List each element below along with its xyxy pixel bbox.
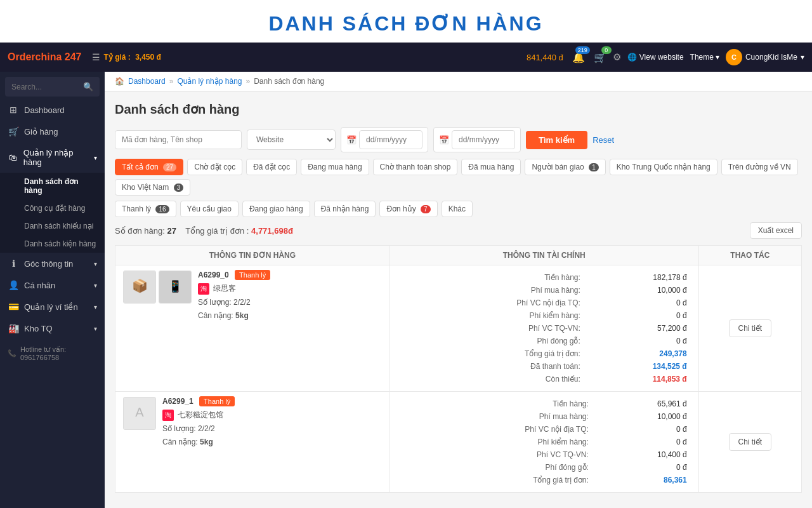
settings-icon[interactable]: ⚙ [613, 51, 621, 63]
hotline: 📞 Hotline tư vấn: 0961766758 [0, 339, 105, 368]
kho-tq-arrow-icon: ▾ [94, 325, 97, 332]
search-box[interactable]: 🔍 [5, 77, 100, 97]
sidebar-item-danh-sach-kien-hang[interactable]: Danh sách kiện hàng [0, 235, 105, 253]
tab-cho-dat-coc[interactable]: Chờ đặt cọc [187, 159, 242, 175]
col-finance: THÔNG TIN TÀI CHÍNH [390, 246, 698, 265]
sidebar-item-gio-hang[interactable]: 🛒 Giỏ hàng [0, 121, 105, 142]
svg-text:📱: 📱 [168, 279, 183, 293]
tab-da-dat-coc[interactable]: Đã đặt cọc [246, 159, 297, 175]
sidebar-item-danh-sach-khieu-nai[interactable]: Danh sách khiếu nại [0, 217, 105, 235]
filter-row: Website 📅 📅 Tìm kiếm Reset [115, 127, 802, 152]
tab-kho-vn-count: 3 [174, 184, 184, 192]
sidebar-item-goc-thong-tin[interactable]: ℹ Góc thông tin ▾ [0, 253, 105, 274]
finance-table-1: Tiền hàng:65,961 đ Phí mua hàng:10,000 đ… [398, 397, 691, 487]
tab-tat-ca[interactable]: Tất cả đơn 27 [115, 159, 183, 175]
notification-icon[interactable]: 🔔 219 [570, 48, 587, 66]
action-cell-0: Chi tiết [698, 265, 801, 392]
cart-icon[interactable]: 🛒 0 [591, 48, 609, 66]
tab-kho-viet-nam[interactable]: Kho Việt Nam 3 [115, 179, 190, 196]
detail-button-0[interactable]: Chi tiết [729, 319, 772, 337]
order-meta-0: 淘 绿思客 Số lượng: 2/2/2 Cân nặng: 5kg [198, 282, 382, 323]
notification-badge: 219 [575, 46, 590, 54]
sidebar-item-danh-sach-don-hang[interactable]: Danh sách đơn hàng [0, 173, 105, 199]
summary-row: Số đơn hàng: 27 Tổng giá trị đơn : 4,771… [115, 222, 802, 239]
tab-kho-trung-quoc[interactable]: Kho Trung Quốc nhận hàng [610, 159, 717, 175]
tab-yeu-cau-giao[interactable]: Yêu cầu giao [180, 201, 239, 217]
view-website-link[interactable]: 🌐 View website [627, 53, 684, 62]
nav-sub-quan-ly: Danh sách đơn hàng Công cụ đặt hàng Danh… [0, 173, 105, 253]
home-icon: 🏠 [115, 77, 124, 86]
chevron-down-icon: ▾ [716, 53, 719, 62]
sidebar-item-kho-tq[interactable]: 🏭 Kho TQ ▾ [0, 318, 105, 339]
page-body: Danh sách đơn hàng Website 📅 📅 Tìm kiếm … [105, 91, 812, 503]
website-select[interactable]: Website [247, 130, 336, 150]
sidebar-item-quan-ly-nhap-hang[interactable]: 🛍 Quản lý nhập hàng ▾ [0, 142, 105, 173]
table-row: 📦 📱 A6299_0 Thanh lý [115, 265, 802, 392]
tab-thanh-ly[interactable]: Thanh lý 16 [115, 201, 176, 217]
tab-dang-giao-hang[interactable]: Đang giao hàng [242, 201, 310, 217]
wallet-icon: 💳 [8, 302, 19, 312]
tab-khac[interactable]: Khác [442, 201, 473, 217]
breadcrumb-parent[interactable]: Quản lý nhập hàng [177, 77, 242, 86]
finance-cell-1: Tiền hàng:65,961 đ Phí mua hàng:10,000 đ… [390, 392, 698, 493]
breadcrumb-sep-2: » [246, 77, 250, 86]
ca-nhan-arrow-icon: ▾ [94, 282, 97, 289]
order-id-1: A6299_1 Thanh lý [162, 397, 382, 406]
breadcrumb-home[interactable]: Dashboard [128, 77, 166, 86]
tab-nguoi-ban-giao[interactable]: Người bán giao 1 [525, 159, 605, 175]
order-shop-0: 淘 绿思客 [198, 282, 382, 296]
order-qty-0: Số lượng: 2/2/2 [198, 296, 382, 310]
avatar: C [726, 49, 742, 65]
table-row: A A6299_1 Thanh lý [115, 392, 802, 493]
sidebar-item-dashboard[interactable]: ⊞ Dashboard [0, 99, 105, 121]
export-excel-button[interactable]: Xuất excel [750, 222, 802, 239]
shop-flag-icon-1: 淘 [162, 410, 174, 421]
shopping-icon: 🛍 [8, 152, 18, 163]
reset-button[interactable]: Reset [593, 135, 614, 145]
search-icon: 🔍 [83, 82, 93, 91]
order-weight-1: Cân nặng: 5kg [162, 436, 382, 450]
warehouse-icon: 🏭 [8, 323, 19, 333]
order-thumb-0-b: 📱 [159, 271, 192, 304]
dashboard-icon: ⊞ [8, 105, 19, 115]
cart-badge: 0 [601, 46, 612, 54]
header: Orderchina 247 ☰ Tỷ giá : 3,450 đ 841,44… [0, 43, 812, 72]
tab-da-nhan-hang[interactable]: Đã nhận hàng [314, 201, 376, 217]
info-arrow-icon: ▾ [94, 260, 97, 267]
search-input[interactable] [11, 83, 83, 91]
vi-tien-arrow-icon: ▾ [94, 304, 97, 311]
sidebar-item-ca-nhan[interactable]: 👤 Cá nhân ▾ [0, 274, 105, 296]
search-button[interactable]: Tìm kiếm [526, 131, 587, 149]
sidebar-item-cong-cu-dat-hang[interactable]: Công cụ đặt hàng [0, 199, 105, 217]
detail-button-1[interactable]: Chi tiết [729, 433, 772, 451]
order-shop-1: 淘 七彩糍淀包馆 [162, 408, 382, 422]
order-search-input[interactable] [115, 130, 242, 149]
user-chevron-icon: ▾ [801, 53, 804, 62]
sidebar-item-quan-ly-vi-tien[interactable]: 💳 Quản lý ví tiền ▾ [0, 296, 105, 318]
user-nav-icon: 👤 [8, 280, 19, 290]
col-order-info: THÔNG TIN ĐƠN HÀNG [115, 246, 390, 265]
order-qty-1: Số lượng: 2/2/2 [162, 422, 382, 436]
sidebar: 🔍 ⊞ Dashboard 🛒 Giỏ hàng 🛍 Quản lý nhập … [0, 72, 105, 508]
status-tabs-row1: Tất cả đơn 27 Chờ đặt cọc Đã đặt cọc Đan… [115, 159, 802, 196]
tab-tren-duong-ve-vn[interactable]: Trên đường về VN [721, 159, 798, 175]
expand-arrow-icon: ▾ [94, 154, 97, 161]
theme-button[interactable]: Theme ▾ [690, 53, 719, 62]
calendar-from-icon: 📅 [346, 135, 357, 145]
date-to-wrap: 📅 [433, 127, 521, 152]
tab-da-mua-hang[interactable]: Đã mua hàng [461, 159, 521, 175]
tab-don-huy[interactable]: Đơn hủy 7 [379, 201, 437, 217]
breadcrumb-sep-1: » [169, 77, 174, 86]
user-menu-button[interactable]: C CuongKid IsMe ▾ [726, 49, 804, 65]
menu-toggle-icon[interactable]: ☰ [92, 52, 100, 62]
tab-don-huy-count: 7 [421, 205, 431, 213]
status-badge-1: Thanh lý [199, 396, 235, 406]
tab-cho-thanh-toan[interactable]: Chờ thanh toán shop [373, 159, 458, 175]
tab-dang-mua-hang[interactable]: Đang mua hàng [301, 159, 369, 175]
cart-nav-icon: 🛒 [8, 126, 19, 137]
order-images-0: 📦 📱 [123, 271, 192, 304]
phone-icon: 📞 [8, 349, 16, 358]
shop-flag-icon: 淘 [198, 283, 209, 295]
date-from-input[interactable] [359, 130, 422, 149]
date-to-input[interactable] [452, 130, 515, 149]
